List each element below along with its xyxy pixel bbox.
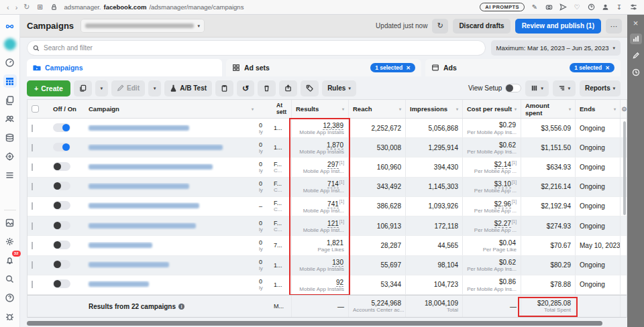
table-row[interactable]: 0ly 7... 1,821Page Likes 28,287 44,565 $… (28, 236, 627, 255)
header-results[interactable]: Results▾ (291, 100, 348, 118)
table-row[interactable]: 0ly 1... 12,389Mobile App Installs 2,252… (28, 119, 627, 138)
column-settings-icon[interactable]: ⚙ (621, 106, 627, 113)
tab-groups-icon[interactable]: ⊞ (36, 3, 44, 11)
campaign-toggle[interactable] (53, 182, 70, 190)
table-row[interactable]: 0ly F...C... 121[1]Mobile App Inst... 10… (28, 216, 627, 236)
cpr-value[interactable]: $0.62 (499, 141, 516, 149)
account-avatar[interactable] (4, 38, 16, 50)
account-selector[interactable]: ▾ (80, 19, 205, 33)
share-icon[interactable] (559, 3, 567, 11)
heart-icon[interactable]: ♡ (573, 3, 581, 11)
campaign-toggle[interactable] (53, 162, 70, 171)
download-icon[interactable]: ↧ (615, 3, 623, 11)
bug-report-icon[interactable] (3, 310, 17, 323)
browser-forward-icon[interactable]: › (15, 3, 18, 11)
table-row[interactable]: – F...C... 741[1]Mobile App Inst... 386,… (28, 197, 627, 216)
clear-selection-icon[interactable]: ✕ (406, 65, 411, 71)
edit-button[interactable]: Edit (111, 80, 145, 96)
clear-selection-icon[interactable]: ✕ (605, 65, 610, 71)
media-library-icon[interactable] (3, 216, 17, 229)
profile-icon[interactable] (601, 3, 609, 11)
close-icon[interactable]: × (633, 19, 639, 27)
header-amount-spent[interactable]: Amount spent▾ (521, 100, 575, 118)
header-cost-per-result[interactable]: Cost per result▾ (462, 100, 521, 118)
edit-caret-button[interactable]: ▾ (148, 80, 161, 96)
campaign-toggle[interactable] (53, 241, 70, 249)
duplicate-button[interactable] (74, 80, 92, 96)
row-checkbox[interactable] (32, 164, 33, 171)
clipboard-button[interactable] (215, 80, 233, 96)
campaign-toggle[interactable] (53, 260, 70, 269)
columns-button[interactable]: ▾ (525, 80, 548, 96)
horizontal-scrollbar-thumb[interactable] (27, 321, 602, 326)
campaign-toggle[interactable] (53, 143, 70, 151)
cpr-value[interactable]: $0.29 (499, 122, 516, 129)
rules-button[interactable]: Rules ▾ (322, 80, 356, 96)
ab-test-button[interactable]: A/B Test (164, 80, 212, 96)
cpr-value[interactable]: $0.86 (499, 279, 516, 286)
ai-prompts-badge[interactable]: AI PROMPTS (480, 3, 525, 11)
compose-icon[interactable]: ✎ (531, 3, 539, 11)
campaign-name-blurred[interactable] (89, 203, 199, 208)
help-circle-icon[interactable] (587, 3, 595, 11)
header-impressions[interactable]: Impressions▾ (405, 100, 462, 118)
events-manager-icon[interactable] (3, 149, 17, 163)
header-off-on[interactable]: Off / On (49, 105, 85, 113)
meta-logo[interactable] (3, 19, 17, 33)
reports-button[interactable]: Reports ▾ (580, 80, 621, 96)
help-icon[interactable] (3, 291, 17, 304)
tab-ad-sets[interactable]: Ad sets 1 selected ✕ (226, 59, 421, 76)
settings-sliders-icon[interactable] (629, 3, 637, 11)
create-button[interactable]: + Create (27, 80, 70, 96)
adsets-selected-pill[interactable]: 1 selected ✕ (370, 63, 415, 72)
campaigns-nav-icon[interactable] (3, 74, 17, 88)
table-row[interactable]: 0ly 1... 130Mobile App Installs 55,697 9… (28, 256, 627, 275)
row-checkbox[interactable] (32, 261, 33, 269)
camera-icon[interactable] (545, 3, 553, 11)
export-button[interactable] (279, 80, 297, 96)
cpr-value[interactable]: $0.62 (499, 259, 516, 266)
audiences-icon[interactable] (3, 112, 17, 125)
campaign-name-blurred[interactable] (89, 281, 149, 287)
header-attribution[interactable]: Atsett (272, 103, 291, 115)
account-overview-icon[interactable] (3, 56, 17, 69)
settings-gear-icon[interactable] (3, 235, 17, 248)
billing-icon[interactable] (3, 131, 17, 144)
pages-icon[interactable] (3, 93, 17, 107)
row-checkbox[interactable] (32, 222, 33, 230)
table-row[interactable]: 0ly 1... 1,870Mobile App Installs 530,00… (28, 138, 627, 157)
campaign-name-blurred[interactable] (89, 262, 169, 267)
info-icon[interactable]: i (178, 304, 184, 310)
more-options-button[interactable]: ··· (606, 19, 622, 34)
charts-panel-icon[interactable] (630, 34, 642, 44)
campaign-name-blurred[interactable] (89, 243, 152, 248)
select-all-checkbox[interactable] (32, 105, 39, 113)
duplicate-caret-button[interactable]: ▾ (95, 80, 108, 96)
campaign-name-blurred[interactable] (89, 223, 196, 228)
results-value[interactable]: 1,821 (327, 239, 343, 247)
table-row[interactable]: 0ly F...C... 297[1]Mobile App Inst... 16… (28, 157, 627, 177)
campaign-toggle[interactable] (53, 123, 70, 132)
ads-selected-pill[interactable]: 1 selected ✕ (570, 63, 614, 72)
date-range-selector[interactable]: Maximum: Mar 16, 2023 – Jun 25, 2023 ▾ (491, 40, 621, 56)
campaign-name-blurred[interactable] (89, 184, 189, 189)
refresh-button[interactable]: ↻ (432, 19, 448, 34)
header-campaign[interactable]: Campaign▾ (85, 105, 258, 113)
campaign-name-blurred[interactable] (89, 164, 213, 170)
table-row[interactable]: 0ly F...C... 714[1]Mobile App Inst... 34… (28, 178, 627, 197)
edit-panel-icon[interactable] (630, 50, 642, 61)
discard-drafts-button[interactable]: Discard drafts (453, 19, 510, 34)
campaign-name-blurred[interactable] (89, 125, 189, 131)
table-row[interactable]: 0ly 1... 92Mobile App Installs 53,344 10… (28, 275, 627, 295)
row-checkbox[interactable] (32, 125, 33, 132)
row-checkbox[interactable] (32, 242, 33, 249)
campaign-toggle[interactable] (53, 221, 70, 230)
campaign-toggle[interactable] (53, 201, 70, 210)
campaign-toggle[interactable] (53, 279, 70, 288)
undo-button[interactable]: ↺ (237, 80, 254, 96)
header-reach[interactable]: Reach▾ (348, 100, 405, 118)
header-ends[interactable]: Ends▾ (575, 100, 620, 118)
view-setup-toggle[interactable] (505, 84, 521, 92)
row-checkbox[interactable] (32, 281, 33, 288)
row-checkbox[interactable] (32, 183, 33, 190)
